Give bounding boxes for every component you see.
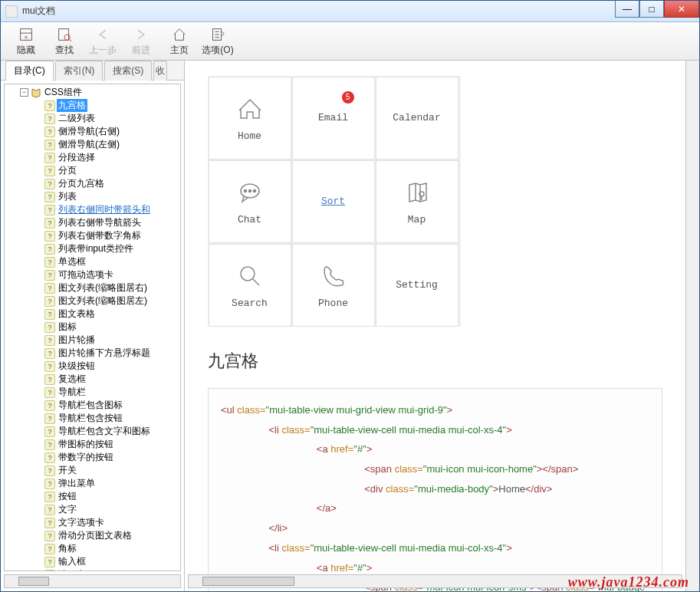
- grid-cell-email[interactable]: 5Email: [292, 77, 375, 160]
- tree-item[interactable]: ?分页: [6, 164, 179, 177]
- content-pane[interactable]: Home5EmailCalendarChatSortMapSearchPhone…: [185, 61, 685, 591]
- help-icon: ?: [44, 100, 55, 111]
- section-title: 九宫格: [208, 350, 662, 373]
- sidebar: 目录(C) 索引(N) 搜索(S) 收 − CSS组件 ?九宫格?二级列表?侧滑…: [1, 61, 185, 591]
- cell-label: Phone: [318, 298, 348, 309]
- tree-item[interactable]: ?角标: [6, 542, 179, 555]
- tree-item[interactable]: ?文字选项卡: [6, 516, 179, 529]
- help-icon: ?: [44, 179, 55, 189]
- tree-item[interactable]: ?侧滑导航(右侧): [6, 125, 179, 138]
- titlebar: mui文档 — □ ✕: [1, 1, 699, 22]
- help-icon: ?: [44, 270, 55, 281]
- help-icon: ?: [44, 492, 55, 502]
- app-window: mui文档 — □ ✕ 隐藏 查找 上一步 前进 主页 选项(O: [0, 0, 700, 592]
- grid-cell-chat[interactable]: Chat: [209, 160, 291, 243]
- grid-cell-home[interactable]: Home: [209, 77, 291, 160]
- tree-item[interactable]: ?复选框: [6, 373, 179, 386]
- tree-item[interactable]: ?导航栏包含图标: [6, 399, 179, 412]
- tree-item[interactable]: ?侧滑导航(左侧): [6, 138, 179, 151]
- svg-point-11: [241, 267, 255, 281]
- tree-item[interactable]: ?开关: [6, 464, 179, 477]
- tree-item[interactable]: ?文字: [6, 503, 179, 516]
- tree-item[interactable]: ?可拖动选项卡: [6, 268, 179, 281]
- help-icon: ?: [44, 387, 55, 398]
- options-button[interactable]: 选项(O): [199, 25, 237, 57]
- tree-item[interactable]: ?导航栏: [6, 386, 179, 399]
- help-icon: ?: [44, 205, 55, 215]
- close-button[interactable]: ✕: [664, 1, 699, 18]
- tree-item[interactable]: ?分段选择: [6, 151, 179, 164]
- cell-label: Email: [318, 112, 348, 123]
- help-icon: ?: [44, 439, 55, 450]
- collapse-icon[interactable]: −: [20, 88, 28, 97]
- tree-root[interactable]: − CSS组件: [6, 86, 179, 99]
- tree-item[interactable]: ?导航栏包含文字和图标: [6, 425, 179, 438]
- grid-cell-search[interactable]: Search: [209, 244, 291, 327]
- tab-index[interactable]: 索引(N): [55, 61, 104, 81]
- home-icon: [238, 94, 262, 124]
- help-icon: ?: [44, 140, 55, 150]
- help-icon: ?: [44, 244, 55, 255]
- tree-item[interactable]: ?弹出菜单: [6, 477, 179, 490]
- tree-item[interactable]: ?带数字的按钮: [6, 451, 179, 464]
- tree-item[interactable]: ?九宫格: [6, 99, 179, 112]
- grid-cell-map[interactable]: Map: [376, 160, 458, 243]
- app-icon: [5, 5, 18, 18]
- tree-item[interactable]: ?列表右侧带导航箭头: [6, 216, 179, 229]
- tree-item[interactable]: ?列表右侧同时带箭头和: [6, 203, 179, 216]
- minimize-button[interactable]: —: [615, 1, 639, 18]
- back-button[interactable]: 上一步: [84, 25, 122, 57]
- tab-contents[interactable]: 目录(C): [5, 61, 54, 81]
- help-icon: ?: [44, 518, 55, 528]
- map-icon: [405, 177, 429, 208]
- tab-favorites[interactable]: 收: [153, 61, 167, 81]
- tree-item[interactable]: ?按钮: [6, 490, 179, 503]
- tree-item[interactable]: ?输入框: [6, 555, 179, 568]
- tree-item[interactable]: ?图标: [6, 321, 179, 334]
- home-icon: [171, 25, 188, 44]
- cell-label: Home: [238, 130, 261, 142]
- tree-item[interactable]: ?二级列表: [6, 112, 179, 125]
- tree-item[interactable]: ?图片轮播: [6, 334, 179, 347]
- home-button[interactable]: 主页: [160, 25, 199, 57]
- help-icon: ?: [44, 283, 55, 294]
- tree-item[interactable]: ?导航栏包含按钮: [6, 412, 179, 425]
- tree-item[interactable]: ?图文列表(缩略图居右): [6, 281, 179, 294]
- tree-item[interactable]: ?图文列表(缩略图居左): [6, 294, 179, 308]
- find-button[interactable]: 查找: [45, 25, 84, 57]
- content-vscroll[interactable]: [685, 61, 699, 591]
- grid-cell-calendar[interactable]: Calendar: [376, 77, 458, 160]
- sidebar-tabs: 目录(C) 索引(N) 搜索(S) 收: [1, 61, 184, 81]
- help-icon: ?: [44, 531, 55, 541]
- tree-item[interactable]: ?选项卡: [6, 568, 179, 571]
- tree-item[interactable]: ?图文表格: [6, 308, 179, 321]
- tree-item[interactable]: ?列表右侧带数字角标: [6, 229, 179, 242]
- help-icon: ?: [44, 465, 55, 476]
- grid-cell-sort[interactable]: Sort: [292, 160, 375, 243]
- help-icon: ?: [44, 413, 55, 424]
- grid-cell-phone[interactable]: Phone: [292, 244, 375, 327]
- tree-item[interactable]: ?列表带input类控件: [6, 242, 179, 255]
- tree-item[interactable]: ?分页九宫格: [6, 177, 179, 190]
- maximize-button[interactable]: □: [639, 1, 664, 18]
- grid-cell-setting[interactable]: Setting: [376, 244, 458, 327]
- forward-button[interactable]: 前进: [122, 25, 160, 57]
- tree-item[interactable]: ?滑动分页图文表格: [6, 529, 179, 542]
- tree-item[interactable]: ?块级按钮: [6, 360, 179, 373]
- tree-item[interactable]: ?带图标的按钮: [6, 438, 179, 451]
- help-icon: ?: [44, 127, 55, 137]
- tree-item[interactable]: ?列表: [6, 190, 179, 203]
- tree[interactable]: − CSS组件 ?九宫格?二级列表?侧滑导航(右侧)?侧滑导航(左侧)?分段选择…: [4, 84, 181, 571]
- tab-search[interactable]: 搜索(S): [104, 61, 152, 81]
- code-block: <ul class="mui-table-view mui-grid-view …: [208, 388, 662, 591]
- hide-button[interactable]: 隐藏: [7, 25, 45, 57]
- help-icon: ?: [44, 153, 55, 163]
- svg-point-8: [248, 190, 251, 192]
- watermark: www.java1234.com: [568, 574, 689, 590]
- tree-item[interactable]: ?图片轮播下方悬浮标题: [6, 347, 179, 360]
- cell-label: Setting: [396, 279, 438, 291]
- sidebar-hscroll[interactable]: [4, 574, 181, 588]
- tree-item[interactable]: ?单选框: [6, 255, 179, 268]
- hide-icon: [18, 25, 35, 44]
- cell-label: Sort: [321, 196, 345, 207]
